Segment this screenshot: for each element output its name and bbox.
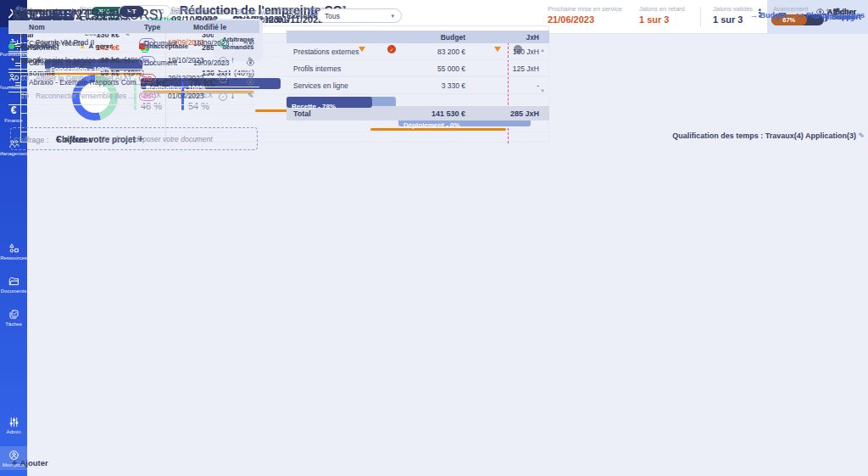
edit-pencil-icon[interactable]: ✎ [858, 132, 865, 140]
divider [700, 7, 701, 27]
sidebar-item-taches[interactable]: Tâches [0, 305, 27, 329]
sidebar-item-label: Management [0, 151, 29, 156]
jalons-valides-value: 1 sur 3 [713, 14, 743, 25]
ajouter-tache-button[interactable]: + Ajouter [12, 457, 48, 468]
jalons-retard-label: Jalons en retard [639, 5, 685, 13]
documents-table: Nom Type Modifié le Cahier de recette Do… [8, 20, 259, 92]
documents-table-header: Nom Type Modifié le [8, 20, 259, 34]
document-dropzone[interactable]: + Ajouter Ou glisser déposer votre docum… [10, 127, 258, 150]
budget-table: Budget JxH Prestations externes 83 200 €… [287, 31, 549, 94]
sidebar-item-label: Ressources [0, 255, 27, 260]
budget-col-header: Budget [384, 33, 465, 42]
budget-table-header: Budget JxH [287, 31, 549, 43]
budget-panel: BUDGET HT TTC Initial 130 k€ ✎ 300 JxH ✎… [0, 189, 553, 339]
scroll-up-icon[interactable]: ▲ [540, 48, 545, 53]
jalons-valides-label: Jalons validés [713, 5, 753, 13]
risques-panel: RISQUES ✎ Éditer 1 Négligeable 1 ▲À gére… [0, 339, 268, 428]
sliders-icon [8, 416, 19, 428]
shapes-icon [8, 242, 19, 254]
qualification-line: Qualification des temps : Travaux(4) App… [672, 132, 865, 140]
mise-en-service-label: Prochaine mise en service [548, 5, 622, 13]
sidebar-item-label: Admin [6, 429, 20, 434]
budget-table-row[interactable]: Services en ligne 3 330 € - [287, 77, 549, 94]
arrow-right-icon: → [750, 11, 760, 20]
tasks-icon [8, 308, 19, 320]
sidebar-item-label: Documents [1, 288, 26, 294]
edit-pencil-icon[interactable]: ✎ [248, 92, 259, 100]
view-document-icon[interactable] [246, 59, 259, 66]
eye-icon [815, 8, 825, 15]
document-row[interactable]: Abraxio - Exemple Rapports Compl... Prés… [8, 73, 259, 92]
status-done-icon: ✓ [219, 92, 227, 101]
euro-icon: € [11, 104, 17, 116]
afficher-documents-button[interactable]: Afficher [815, 8, 856, 16]
view-document-icon[interactable] [246, 40, 259, 47]
sidebar-item-documents[interactable]: Documents [0, 272, 27, 296]
plus-icon: + [55, 134, 63, 144]
folder-icon [8, 275, 19, 287]
sidebar-item-ressources[interactable]: Ressources [0, 239, 27, 263]
document-row[interactable]: Cahier de recette Document 19/09/2023 [8, 34, 259, 53]
jalons-retard-value: 1 sur 3 [639, 14, 669, 25]
view-document-icon[interactable] [246, 79, 259, 86]
jxh-col-header: JxH [465, 33, 539, 42]
budget-link[interactable]: → Budget [750, 11, 787, 20]
resp-badge: DS [139, 92, 156, 101]
dropzone-hint: Ou glisser déposer votre document [100, 135, 212, 143]
chevron-down-icon: ▾ [391, 13, 394, 20]
exercices-select[interactable]: Tous ▾ [317, 8, 402, 23]
scroll-down-icon[interactable]: ▼ [540, 88, 545, 93]
taches-panel: TÂCHES (2 EN COURS) Afficher Num. Sujet … [0, 428, 268, 476]
budget-table-row[interactable]: Profils internes 55 000 € 125 JxH [287, 60, 549, 77]
budget-table-row[interactable]: Prestations externes 83 200 € 160 JxH [287, 43, 549, 60]
arrow-right-icon: → [796, 11, 806, 20]
ajouter-document-button[interactable]: + Ajouter [55, 134, 92, 144]
planning-updated: - actualisé le 19/09/2023 à 8h par Aurél… [149, 8, 303, 16]
sidebar-item-label: Tâches [5, 322, 22, 327]
mise-en-service-value: 21/06/2023 [548, 14, 594, 25]
sidebar-item-admin[interactable]: Admin [0, 413, 27, 437]
sidebar-group-middle: Ressources Documents Tâches [0, 239, 27, 339]
